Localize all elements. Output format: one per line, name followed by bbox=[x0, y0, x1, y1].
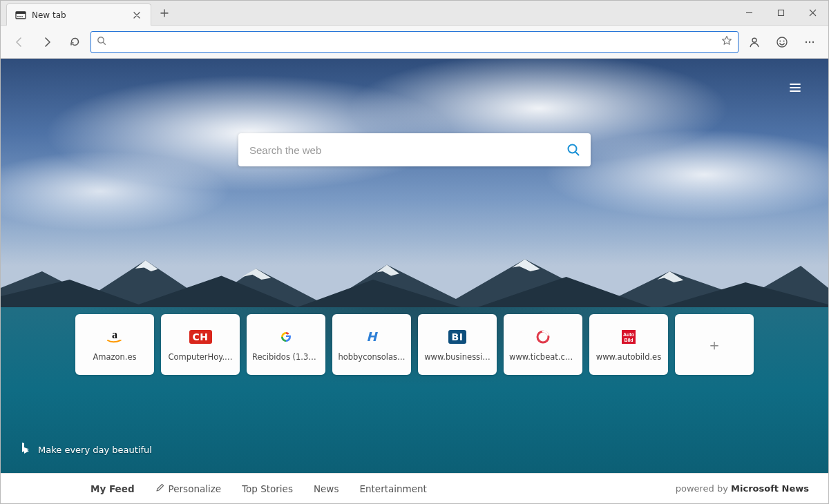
news-bar: My Feed Personalize Top Stories News Ent… bbox=[1, 473, 828, 503]
svg-point-10 bbox=[783, 40, 785, 41]
svg-point-13 bbox=[812, 41, 814, 42]
businessinsider-icon: BI bbox=[447, 329, 468, 345]
newsbar-news[interactable]: News bbox=[314, 483, 339, 494]
svg-text:Auto: Auto bbox=[623, 332, 634, 337]
window-minimize-button[interactable] bbox=[733, 2, 765, 24]
svg-point-12 bbox=[809, 41, 810, 42]
background-mountains bbox=[1, 249, 828, 316]
amazon-icon: a bbox=[104, 329, 125, 345]
google-icon bbox=[276, 329, 296, 345]
address-input[interactable] bbox=[112, 36, 716, 48]
titlebar: New tab bbox=[1, 1, 828, 26]
top-site-tile[interactable]: CH ComputerHoy.… bbox=[161, 314, 240, 375]
tab-close-button[interactable] bbox=[130, 8, 144, 22]
top-site-tile[interactable]: BI www.businessi… bbox=[418, 314, 497, 375]
top-site-tile[interactable]: AutoBild www.autobild.es bbox=[589, 314, 668, 375]
pencil-icon bbox=[155, 483, 164, 494]
bing-tagline[interactable]: Make every day beautiful bbox=[20, 442, 152, 458]
svg-point-4 bbox=[21, 16, 23, 17]
tile-label: www.autobild.es bbox=[595, 352, 663, 362]
svg-point-7 bbox=[752, 38, 756, 42]
window-maximize-button[interactable] bbox=[765, 2, 797, 24]
add-top-site-button[interactable]: ＋ bbox=[675, 314, 754, 375]
web-search-input[interactable] bbox=[248, 144, 566, 157]
tab-new-tab[interactable]: New tab bbox=[6, 3, 151, 26]
tile-label: ComputerHoy.… bbox=[166, 352, 234, 362]
tile-label: Amazon.es bbox=[81, 352, 149, 362]
newsbar-personalize-label: Personalize bbox=[169, 483, 222, 494]
address-bar[interactable] bbox=[90, 31, 739, 53]
window-close-button[interactable] bbox=[797, 2, 828, 24]
computerhoy-icon: CH bbox=[190, 329, 211, 345]
svg-point-2 bbox=[17, 16, 19, 17]
favorite-button[interactable] bbox=[721, 35, 732, 48]
newsbar-my-feed[interactable]: My Feed bbox=[90, 483, 135, 494]
back-button[interactable] bbox=[8, 30, 31, 54]
svg-point-3 bbox=[19, 16, 21, 17]
newsbar-powered-by: powered by Microsoft News bbox=[676, 483, 809, 494]
top-site-tile[interactable]: H hobbyconsolas… bbox=[332, 314, 411, 375]
tab-favicon-icon bbox=[15, 10, 26, 21]
newsbar-top-stories[interactable]: Top Stories bbox=[242, 483, 293, 494]
tile-label: www.ticbeat.co… bbox=[509, 352, 577, 362]
svg-point-8 bbox=[777, 37, 787, 47]
top-site-tile[interactable]: a Amazon.es bbox=[75, 314, 154, 375]
powered-brand: Microsoft News bbox=[731, 483, 809, 494]
feedback-button[interactable] bbox=[770, 30, 794, 54]
tile-label: Recibidos (1.33… bbox=[252, 352, 320, 362]
autobild-icon: AutoBild bbox=[618, 329, 639, 345]
tab-title: New tab bbox=[32, 10, 124, 20]
newsbar-entertainment[interactable]: Entertainment bbox=[359, 483, 426, 494]
page-settings-button[interactable] bbox=[785, 78, 805, 97]
settings-menu-button[interactable] bbox=[798, 30, 821, 54]
tile-label: www.businessi… bbox=[423, 352, 491, 362]
hobbyconsolas-icon: H bbox=[361, 329, 382, 345]
svg-point-11 bbox=[806, 41, 807, 42]
web-search-box[interactable] bbox=[238, 133, 591, 166]
svg-text:Bild: Bild bbox=[624, 338, 633, 342]
search-icon bbox=[97, 36, 106, 48]
svg-rect-1 bbox=[16, 12, 26, 14]
toolbar bbox=[1, 26, 828, 59]
top-sites: a Amazon.es CH ComputerHoy.… Recibidos (… bbox=[75, 314, 754, 375]
bing-icon bbox=[20, 442, 31, 458]
plus-icon: ＋ bbox=[707, 335, 722, 356]
forward-button[interactable] bbox=[35, 30, 59, 54]
new-tab-page: a Amazon.es CH ComputerHoy.… Recibidos (… bbox=[1, 59, 828, 473]
svg-text:a: a bbox=[112, 329, 117, 340]
refresh-button[interactable] bbox=[63, 30, 86, 54]
ticbeat-icon bbox=[533, 329, 553, 345]
newsbar-personalize[interactable]: Personalize bbox=[155, 483, 222, 494]
top-site-tile[interactable]: Recibidos (1.33… bbox=[247, 314, 325, 375]
tile-label: hobbyconsolas… bbox=[338, 352, 406, 362]
svg-point-9 bbox=[779, 40, 781, 41]
profile-button[interactable] bbox=[743, 30, 766, 54]
powered-prefix: powered by bbox=[676, 483, 728, 494]
window-controls bbox=[733, 1, 828, 25]
tab-strip: New tab bbox=[6, 1, 175, 25]
svg-rect-5 bbox=[778, 10, 783, 16]
web-search-button[interactable] bbox=[566, 142, 581, 157]
new-tab-button[interactable] bbox=[154, 3, 175, 23]
bing-tagline-text: Make every day beautiful bbox=[38, 445, 152, 455]
top-site-tile[interactable]: www.ticbeat.co… bbox=[504, 314, 582, 375]
